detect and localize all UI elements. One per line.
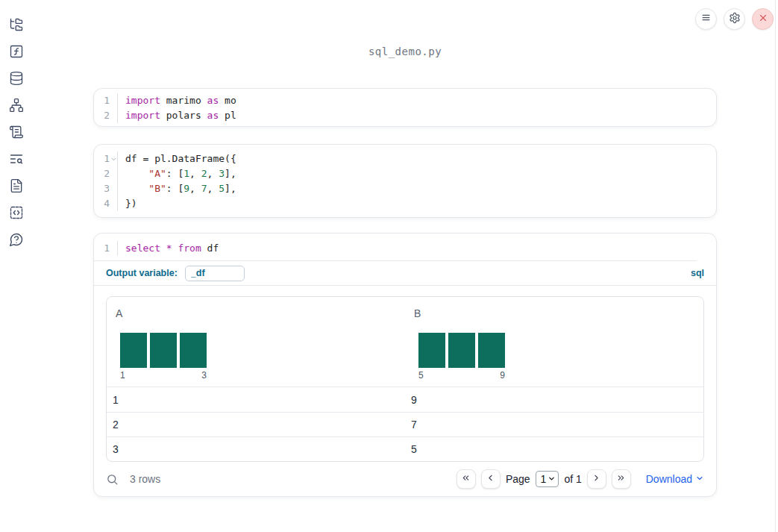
table-row[interactable]: 35 (107, 436, 703, 461)
table-row[interactable]: 27 (107, 412, 703, 436)
folder-tree-icon (9, 17, 24, 32)
code-text: select * from df (118, 241, 219, 256)
sql-editor[interactable]: 1select * from df (94, 234, 716, 260)
histogram-bar[interactable] (120, 333, 147, 368)
menu-button[interactable] (695, 8, 717, 30)
code-line[interactable]: 3 "B": [9, 7, 5], (94, 181, 716, 196)
code-text: import polars as pl (118, 108, 236, 123)
code-editor[interactable]: 1df = pl.DataFrame({2 "A": [1, 2, 3],3 "… (94, 145, 716, 218)
code-line[interactable]: 2 "A": [1, 2, 3], (94, 166, 716, 181)
list-search-icon (9, 151, 24, 166)
download-button[interactable]: Download (646, 473, 704, 485)
file-text-icon (9, 178, 24, 193)
page-select-value: 1 (541, 473, 547, 485)
settings-button[interactable] (724, 8, 745, 30)
line-number-gutter: 1 (94, 151, 118, 166)
first-page-icon (461, 472, 471, 486)
table-footer: 3 rows Page 1 of 1 Download (94, 469, 716, 489)
page-select[interactable]: 1 (536, 471, 559, 487)
line-number: 3 (104, 181, 110, 196)
code-line[interactable]: 4}) (94, 196, 716, 211)
page-label: Page (506, 473, 530, 485)
histogram-min-label: 5 (418, 370, 424, 381)
sidebar-item-dependency-graph[interactable] (9, 98, 24, 113)
sidebar-item-snippets[interactable] (9, 205, 24, 220)
chevron-down-icon (695, 473, 704, 485)
shutdown-button[interactable] (752, 8, 774, 30)
hamburger-menu-icon (700, 12, 712, 26)
pagination: Page 1 of 1 Download (457, 469, 704, 489)
line-number-gutter: 2 (94, 108, 118, 123)
notebook-filename[interactable]: sql_demo.py (93, 46, 717, 57)
line-number-gutter: 1 (94, 241, 118, 256)
column-histogram (120, 333, 207, 368)
output-variable-row: Output variable: sql (94, 261, 716, 286)
marimo-notebook: sql_demo.py 1import marimo as mo2import … (0, 0, 778, 532)
line-number: 2 (104, 108, 110, 123)
histogram-bar[interactable] (418, 333, 445, 368)
table-cell: 5 (405, 443, 703, 455)
table-cell: 9 (405, 394, 703, 406)
column-label: A (116, 307, 405, 319)
histogram-bar[interactable] (448, 333, 475, 368)
prev-page-button[interactable] (481, 469, 501, 489)
output-variable-input[interactable] (185, 266, 245, 281)
page-total-label: of 1 (564, 473, 581, 485)
next-page-button[interactable] (587, 469, 606, 489)
code-cell-dataframe[interactable]: 1df = pl.DataFrame({2 "A": [1, 2, 3],3 "… (93, 144, 717, 218)
sql-language-badge[interactable]: sql (691, 268, 704, 278)
output-variable-label: Output variable: (106, 268, 178, 278)
line-number: 1 (104, 93, 110, 108)
prev-page-icon (486, 472, 495, 486)
sidebar-item-variables[interactable] (9, 44, 24, 59)
search-icon[interactable] (106, 473, 119, 486)
sidebar-item-file-explorer[interactable] (9, 17, 24, 32)
code-line[interactable]: 1select * from df (94, 241, 716, 256)
line-number: 1 (104, 151, 110, 166)
code-text: "A": [1, 2, 3], (118, 166, 236, 181)
code-line[interactable]: 1import marimo as mo (94, 93, 716, 108)
sidebar-item-documentation[interactable] (9, 178, 24, 193)
column-header[interactable]: A13 (107, 297, 405, 387)
column-label: B (414, 307, 703, 319)
column-header[interactable]: B59 (405, 297, 703, 387)
last-page-button[interactable] (612, 469, 631, 489)
histogram-bar[interactable] (478, 333, 505, 368)
code-line[interactable]: 2import polars as pl (94, 108, 716, 123)
code-editor[interactable]: 1import marimo as mo2import polars as pl (94, 89, 716, 127)
column-histogram (418, 333, 505, 368)
sidebar-item-help[interactable] (9, 232, 24, 247)
table-body: 192735 (107, 387, 703, 461)
line-number: 1 (104, 241, 110, 256)
first-page-button[interactable] (457, 469, 476, 489)
chevron-down-icon (548, 473, 556, 485)
scroll-gutter (775, 0, 776, 532)
sql-cell[interactable]: 1select * from df Output variable: sql A… (93, 233, 717, 497)
help-circle-icon (9, 232, 24, 247)
line-number-gutter: 1 (94, 93, 118, 108)
next-page-icon (592, 472, 601, 486)
histogram-bar[interactable] (180, 333, 207, 368)
sidebar-item-data-sources[interactable] (9, 71, 24, 86)
function-square-icon (9, 44, 24, 59)
line-number-gutter: 4 (94, 196, 118, 211)
table-cell: 1 (107, 394, 405, 406)
row-count-label: 3 rows (130, 473, 160, 485)
sidebar-item-outline[interactable] (9, 125, 24, 140)
table-cell: 3 (107, 443, 405, 455)
last-page-icon (616, 472, 626, 486)
line-number-gutter: 2 (94, 166, 118, 181)
table-header-row: A13B59 (107, 297, 703, 387)
table-row[interactable]: 19 (107, 387, 703, 412)
fold-toggle-icon[interactable] (110, 156, 117, 163)
code-cell-imports[interactable]: 1import marimo as mo2import polars as pl (93, 88, 717, 127)
dataframe-table: A13B59 192735 (106, 296, 704, 462)
line-number: 2 (104, 166, 110, 181)
scroll-text-icon (9, 125, 24, 140)
code-line[interactable]: 1df = pl.DataFrame({ (94, 151, 716, 166)
table-cell: 2 (107, 419, 405, 431)
code-square-icon (9, 205, 24, 220)
sidebar-item-logs[interactable] (9, 151, 24, 166)
histogram-bar[interactable] (150, 333, 177, 368)
network-icon (9, 98, 24, 113)
